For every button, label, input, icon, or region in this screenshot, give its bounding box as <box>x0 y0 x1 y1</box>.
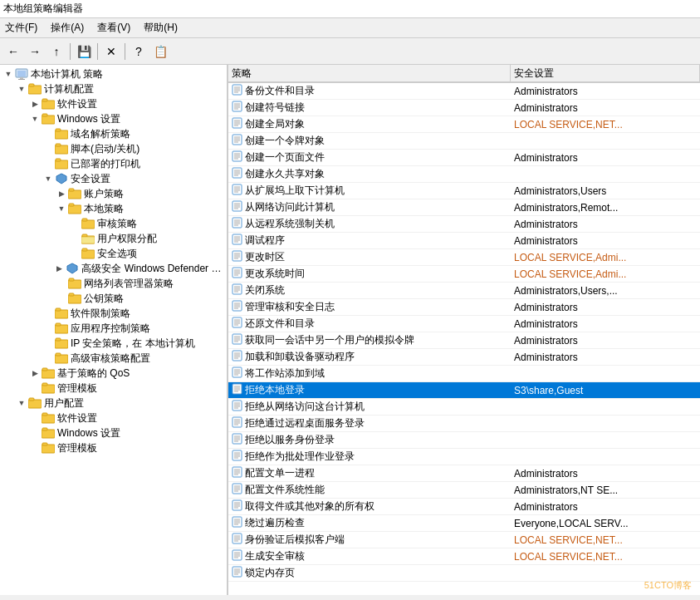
row-security-value: Administrators <box>511 219 700 230</box>
svg-rect-24 <box>82 234 87 237</box>
tree-item[interactable]: ▼Windows 设置 <box>0 111 227 126</box>
policy-doc-icon <box>232 267 242 281</box>
tree-item[interactable]: 管理模板 <box>0 381 227 396</box>
menu-item[interactable]: 文件(F) <box>3 20 39 36</box>
tree-item[interactable]: 审核策略 <box>0 216 227 231</box>
svg-rect-133 <box>233 351 242 361</box>
table-row[interactable]: 拒绝通过远程桌面服务登录 <box>228 416 700 432</box>
menu-item[interactable]: 帮助(H) <box>142 20 179 36</box>
tree-expander[interactable]: ▶ <box>28 97 42 111</box>
forward-button[interactable]: → <box>25 42 45 61</box>
tree-item[interactable]: 已部署的打印机 <box>0 156 227 171</box>
up-button[interactable]: ↑ <box>47 42 66 61</box>
tree-item[interactable]: ▶软件设置 <box>0 96 227 111</box>
delete-button[interactable]: ✕ <box>101 42 121 61</box>
tree-item[interactable]: 安全选项 <box>0 246 227 261</box>
tree-item[interactable]: 公钥策略 <box>0 291 227 306</box>
table-row[interactable]: 加载和卸载设备驱动程序Administrators <box>228 349 700 366</box>
tree-item[interactable]: ▼本地计算机 策略 <box>0 66 227 81</box>
tree-item[interactable]: 域名解析策略 <box>0 126 227 141</box>
table-row[interactable]: 生成安全审核LOCAL SERVICE,NET... <box>228 548 700 565</box>
table-row[interactable]: 备份文件和目录Administrators <box>228 83 700 100</box>
menu-item[interactable]: 操作(A) <box>49 20 86 36</box>
table-row[interactable]: 创建全局对象LOCAL SERVICE,NET... <box>228 116 700 133</box>
table-row[interactable]: 创建一个页面文件Administrators <box>228 150 700 166</box>
menu-item[interactable]: 查看(V) <box>95 20 132 36</box>
row-security-value: Administrators <box>511 152 700 164</box>
row-name: 获取同一会话中另一个用户的模拟令牌 <box>228 333 511 347</box>
table-row[interactable]: 配置文单一进程Administrators <box>228 465 700 482</box>
svg-rect-2 <box>20 77 23 79</box>
tree-expander[interactable]: ▼ <box>15 82 28 96</box>
table-row[interactable]: 身份验证后模拟客户端LOCAL SERVICE,NET... <box>228 532 700 548</box>
tree-item[interactable]: Windows 设置 <box>0 425 227 440</box>
tree-item-label: 本地计算机 策略 <box>31 67 103 81</box>
tree-expander[interactable]: ▼ <box>55 202 68 215</box>
table-row[interactable]: 创建符号链接Administrators <box>228 100 700 116</box>
tree-item[interactable]: 应用程序控制策略 <box>0 321 227 336</box>
table-row[interactable]: 更改系统时间LOCAL SERVICE,Admi... <box>228 266 700 283</box>
tree-expander[interactable]: ▼ <box>2 67 15 81</box>
properties-button[interactable]: 📋 <box>150 42 170 61</box>
tree-item[interactable]: ▼安全设置 <box>0 171 227 186</box>
row-name: 创建全局对象 <box>228 117 511 131</box>
tree-item[interactable]: IP 安全策略，在 本地计算机 <box>0 336 227 351</box>
table-row[interactable]: 锁定内存页 <box>228 565 700 582</box>
tree-item[interactable]: 软件设置 <box>0 411 227 425</box>
table-row[interactable]: 还原文件和目录Administrators <box>228 316 700 332</box>
table-row[interactable]: 获取同一会话中另一个用户的模拟令牌Administrators <box>228 332 700 349</box>
tree-expander[interactable]: ▼ <box>28 112 42 125</box>
tree-item[interactable]: ▶高级安全 Windows Defender 防火 <box>0 261 227 276</box>
row-name: 拒绝通过远程桌面服务登录 <box>228 416 511 430</box>
title-text: 本地组策略编辑器 <box>3 2 83 16</box>
tree-item[interactable]: 用户权限分配 <box>0 231 227 246</box>
tree-item[interactable]: ▶账户策略 <box>0 186 227 201</box>
row-name: 配置文单一进程 <box>228 466 511 480</box>
tree-item[interactable]: ▼用户配置 <box>0 396 227 411</box>
tree-pane[interactable]: ▼本地计算机 策略▼计算机配置▶软件设置▼Windows 设置域名解析策略脚本(… <box>0 65 228 595</box>
table-row[interactable]: 关闭系统Administrators,Users,... <box>228 283 700 299</box>
tree-item[interactable]: 网络列表管理器策略 <box>0 276 227 291</box>
row-name-text: 更改时区 <box>245 250 285 264</box>
row-name-text: 绕过遍历检查 <box>245 516 305 530</box>
table-row[interactable]: 拒绝以服务身份登录 <box>228 432 700 449</box>
tree-item-label: 审核策略 <box>97 217 137 231</box>
tree-expander[interactable]: ▶ <box>55 187 68 200</box>
save-button[interactable]: 💾 <box>74 42 94 61</box>
tree-expander[interactable]: ▶ <box>52 262 66 275</box>
table-row[interactable]: 调试程序Administrators <box>228 233 700 249</box>
table-row[interactable]: 更改时区LOCAL SERVICE,Admi... <box>228 249 700 266</box>
tree-expander[interactable]: ▼ <box>42 172 55 185</box>
table-row[interactable]: 将工作站添加到域 <box>228 366 700 382</box>
tree-item-icon-folder <box>28 82 42 96</box>
table-row[interactable]: 拒绝本地登录S3\share,Guest <box>228 382 700 399</box>
table-row[interactable]: 创建一个令牌对象 <box>228 133 700 150</box>
table-row[interactable]: 拒绝从网络访问这台计算机 <box>228 399 700 416</box>
table-row[interactable]: 取得文件或其他对象的所有权Administrators <box>228 499 700 515</box>
table-row[interactable]: 配置文件系统性能Administrators,NT SE... <box>228 482 700 499</box>
content-pane[interactable]: 策略 安全设置 备份文件和目录Administrators创建符号链接Admin… <box>228 65 700 595</box>
tree-item[interactable]: ▶基于策略的 QoS <box>0 366 227 381</box>
table-row[interactable]: 绕过遍历检查Everyone,LOCAL SERV... <box>228 515 700 532</box>
table-row[interactable]: 创建永久共享对象 <box>228 166 700 183</box>
tree-item-label: 账户策略 <box>84 187 124 201</box>
tree-item-label: 管理模板 <box>57 441 97 455</box>
tree-item[interactable]: 脚本(启动/关机) <box>0 141 227 156</box>
tree-item[interactable]: 管理模板 <box>0 440 227 455</box>
tree-item[interactable]: 软件限制策略 <box>0 306 227 321</box>
help-button[interactable]: ? <box>129 42 149 61</box>
tree-expander[interactable]: ▼ <box>15 396 28 410</box>
table-row[interactable]: 拒绝作为批处理作业登录 <box>228 449 700 465</box>
tree-item[interactable]: 高级审核策略配置 <box>0 351 227 366</box>
row-name-text: 从网络访问此计算机 <box>245 200 335 214</box>
back-button[interactable]: ← <box>3 42 23 61</box>
table-row[interactable]: 从远程系统强制关机Administrators <box>228 216 700 233</box>
tree-item[interactable]: ▼本地策略 <box>0 201 227 216</box>
svg-rect-98 <box>233 234 242 244</box>
table-row[interactable]: 从扩展坞上取下计算机Administrators,Users <box>228 183 700 199</box>
table-row[interactable]: 从网络访问此计算机Administrators,Remot... <box>228 199 700 216</box>
tree-expander[interactable]: ▶ <box>28 366 42 380</box>
row-name-text: 拒绝以服务身份登录 <box>245 433 335 447</box>
table-row[interactable]: 管理审核和安全日志Administrators <box>228 299 700 316</box>
tree-item[interactable]: ▼计算机配置 <box>0 81 227 96</box>
